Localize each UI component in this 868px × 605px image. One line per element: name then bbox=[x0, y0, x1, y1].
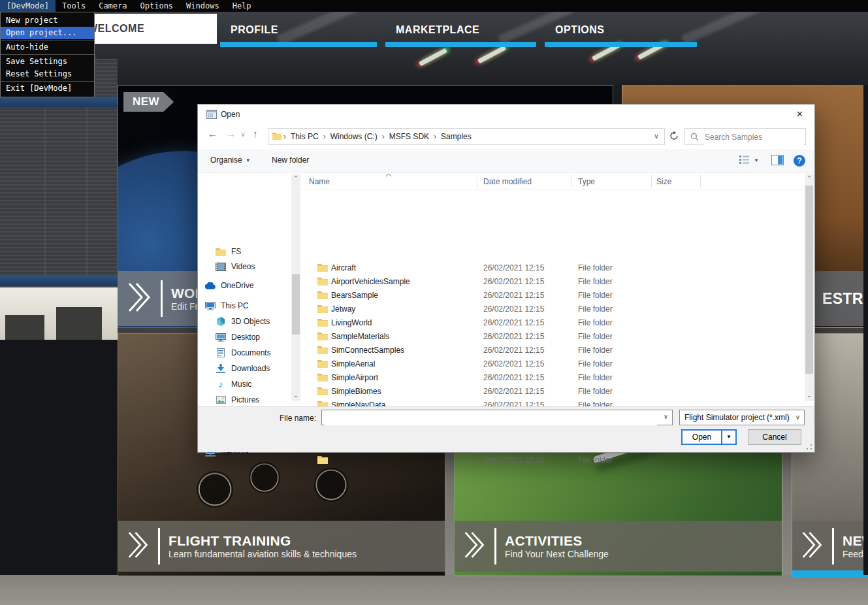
tab-marketplace[interactable]: MARKETPLACE bbox=[385, 17, 536, 47]
organise-menu-button[interactable]: Organise▼ bbox=[210, 155, 251, 165]
column-divider[interactable] bbox=[477, 175, 477, 188]
up-button[interactable]: ↑ bbox=[253, 128, 258, 139]
breadcrumb-segment[interactable]: This PC bbox=[288, 132, 321, 141]
chevron-icon bbox=[127, 280, 152, 317]
table-row[interactable]: SampleMaterials26/02/2021 12:15File fold… bbox=[300, 330, 805, 344]
menu-item-savesettings[interactable]: Save Settings bbox=[1, 56, 94, 68]
menu-item-exitdevmode[interactable]: Exit [DevMode] bbox=[1, 82, 94, 95]
scrollbar-thumb[interactable] bbox=[805, 186, 813, 374]
type-cell: File folder bbox=[578, 291, 613, 300]
forward-button[interactable]: → bbox=[226, 128, 236, 139]
sidebar-item-desktop[interactable]: Desktop bbox=[215, 330, 290, 344]
tab-profile[interactable]: PROFILE bbox=[220, 17, 377, 47]
close-icon[interactable]: ✕ bbox=[785, 105, 814, 124]
scroll-up-icon[interactable]: ⌃ bbox=[291, 174, 300, 184]
breadcrumb-chevron: › bbox=[380, 132, 387, 141]
table-row[interactable]: StandaloneModule26/02/2021 12:15File fol… bbox=[300, 453, 805, 467]
column-header-type[interactable]: Type bbox=[578, 177, 595, 186]
menubar-item-windows[interactable]: Windows bbox=[180, 0, 226, 12]
folder-icon bbox=[317, 263, 328, 274]
devmode-menubar: [DevMode]ToolsCameraOptionsWindowsHelp bbox=[0, 0, 868, 12]
type-cell: File folder bbox=[578, 387, 613, 396]
file-type-select[interactable]: Flight Simulator project (*.xml) ∨ bbox=[679, 410, 805, 425]
scroll-down-icon[interactable]: ⌄ bbox=[291, 391, 300, 401]
column-header-date[interactable]: Date modified bbox=[483, 177, 532, 186]
scroll-down-icon[interactable]: ⌄ bbox=[805, 391, 814, 401]
partial-row bbox=[300, 399, 805, 406]
sidebar-item-videos[interactable]: Videos bbox=[215, 259, 290, 274]
open-button[interactable]: Open ▼ bbox=[681, 429, 737, 445]
sidebar-item-onedrive[interactable]: OneDrive bbox=[204, 278, 290, 293]
dialog-toolbar: Organise▼ New folder ▼ ? bbox=[198, 149, 814, 172]
menubar-item-tools[interactable]: Tools bbox=[56, 0, 92, 12]
type-cell: File folder bbox=[578, 373, 613, 382]
menubar-item-help[interactable]: Help bbox=[226, 0, 258, 12]
refresh-icon[interactable] bbox=[669, 131, 679, 142]
menu-separator bbox=[1, 40, 94, 41]
column-header-size[interactable]: Size bbox=[656, 177, 671, 186]
column-divider[interactable] bbox=[700, 175, 701, 188]
sidebar-item-music[interactable]: ♪Music bbox=[215, 377, 290, 391]
sidebar-item-label: Desktop bbox=[231, 333, 260, 342]
table-row[interactable]: BearsSample26/02/2021 12:15File folder bbox=[300, 289, 805, 302]
help-button[interactable]: ? bbox=[794, 155, 805, 167]
date-modified-cell: 26/02/2021 12:15 bbox=[483, 359, 544, 368]
preview-pane-button[interactable] bbox=[771, 155, 784, 167]
menu-item-autohide[interactable]: Auto-hide bbox=[1, 41, 94, 54]
silhouette bbox=[56, 307, 102, 340]
column-header-name[interactable]: Name bbox=[309, 177, 330, 186]
table-row[interactable]: SimpleBiomes26/02/2021 12:15File folder bbox=[300, 385, 805, 399]
table-row[interactable]: AirportVehiclesSample26/02/2021 12:15Fil… bbox=[300, 275, 805, 289]
view-mode-button[interactable] bbox=[739, 155, 750, 167]
menubar-item-options[interactable]: Options bbox=[134, 0, 180, 12]
search-input[interactable] bbox=[703, 129, 804, 145]
file-name-cell: Jetway bbox=[331, 304, 355, 314]
table-row[interactable]: SimpleAirport26/02/2021 12:15File folder bbox=[300, 371, 805, 385]
menubar-item-devmode[interactable]: [DevMode] bbox=[0, 0, 56, 12]
open-dialog: Open ✕ ← → ∨ ↑ ›This PC›Windows (C:)›MSF… bbox=[198, 105, 814, 452]
recent-locations-chevron[interactable]: ∨ bbox=[241, 131, 246, 138]
column-divider[interactable] bbox=[571, 175, 572, 188]
back-button[interactable]: ← bbox=[208, 128, 217, 139]
breadcrumb-segment[interactable]: MSFS SDK bbox=[387, 132, 432, 141]
breadcrumb-segment[interactable]: Windows (C:) bbox=[328, 132, 380, 141]
list-scrollbar[interactable]: ⌃ ⌄ bbox=[805, 174, 814, 401]
type-cell: File folder bbox=[578, 304, 613, 314]
sidebar-item-documents[interactable]: Documents bbox=[215, 346, 290, 360]
table-row[interactable]: SimConnectSamples26/02/2021 12:15File fo… bbox=[300, 344, 805, 357]
type-cell: File folder bbox=[578, 455, 613, 465]
open-split-chevron[interactable]: ▼ bbox=[721, 431, 735, 444]
sidebar-item-downloads[interactable]: Downloads bbox=[215, 361, 290, 376]
breadcrumb-chevron: › bbox=[432, 132, 438, 141]
sidebar-item-fs[interactable]: FS bbox=[215, 244, 290, 259]
app-window-icon bbox=[206, 110, 217, 121]
breadcrumb-segment[interactable]: Samples bbox=[438, 132, 474, 141]
resize-grip[interactable] bbox=[805, 443, 813, 451]
cancel-button[interactable]: Cancel bbox=[748, 429, 801, 445]
address-bar[interactable]: ›This PC›Windows (C:)›MSFS SDK›Samples ∨ bbox=[268, 128, 665, 145]
menu-item-newproject[interactable]: New project bbox=[1, 14, 94, 27]
chevron-down-icon[interactable]: ∨ bbox=[664, 413, 668, 420]
sidebar-item-pictures[interactable]: Pictures bbox=[215, 393, 290, 407]
column-divider[interactable] bbox=[651, 175, 652, 188]
menu-item-resetsettings[interactable]: Reset Settings bbox=[1, 68, 94, 80]
view-mode-chevron[interactable]: ▼ bbox=[754, 157, 759, 163]
file-name-input[interactable] bbox=[325, 411, 657, 425]
menu-item-openproject[interactable]: Open project... bbox=[1, 27, 94, 39]
folder-icon bbox=[272, 132, 281, 142]
dialog-titlebar[interactable]: Open ✕ bbox=[198, 105, 814, 124]
scrollbar-thumb[interactable] bbox=[292, 274, 300, 335]
address-dropdown-chevron[interactable]: ∨ bbox=[654, 132, 659, 140]
tab-options[interactable]: OPTIONS bbox=[545, 17, 697, 47]
sidebar-item-3dobjects[interactable]: 3D Objects bbox=[215, 314, 290, 329]
type-cell: File folder bbox=[578, 359, 613, 368]
sidebar-scrollbar[interactable]: ⌃ ⌄ bbox=[291, 174, 300, 401]
table-row[interactable]: Aircraft26/02/2021 12:15File folder bbox=[300, 261, 805, 275]
table-row[interactable]: LivingWorld26/02/2021 12:15File folder bbox=[300, 316, 805, 330]
menubar-item-camera[interactable]: Camera bbox=[92, 0, 133, 12]
table-row[interactable]: Jetway26/02/2021 12:15File folder bbox=[300, 302, 805, 316]
new-folder-button[interactable]: New folder bbox=[272, 155, 309, 165]
sidebar-item-thispc[interactable]: This PC bbox=[204, 299, 290, 313]
scroll-up-icon[interactable]: ⌃ bbox=[805, 174, 814, 184]
table-row[interactable]: SimpleAerial26/02/2021 12:15File folder bbox=[300, 357, 805, 371]
